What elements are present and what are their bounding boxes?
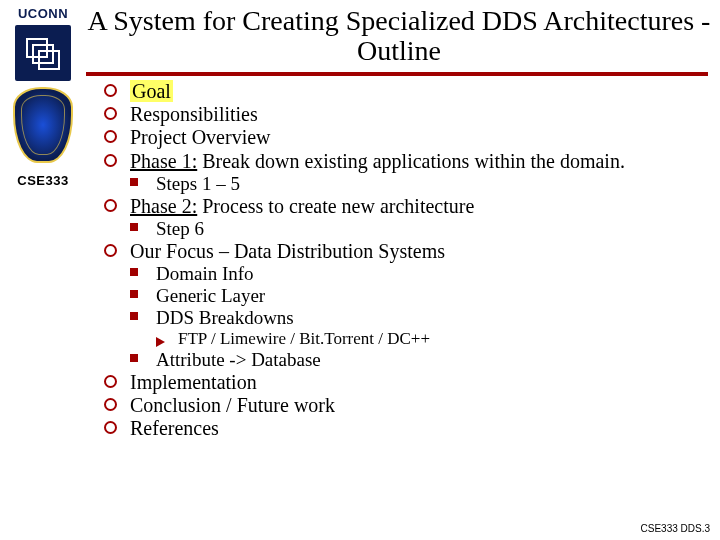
outline-text: Our Focus – Data Distribution Systems — [130, 240, 445, 262]
bullet-square-icon — [130, 312, 138, 320]
outline-subitem: Attribute -> Database — [130, 349, 706, 371]
outline-text: Step 6 — [156, 218, 204, 239]
outline-text: Responsibilities — [130, 103, 258, 125]
svg-rect-1 — [33, 45, 53, 63]
outline-body: Goal Responsibilities Project Overview P… — [104, 80, 706, 441]
outline-text: Break down existing applications within … — [197, 150, 625, 172]
outline-text: Attribute -> Database — [156, 349, 321, 370]
bullet-square-icon — [130, 223, 138, 231]
outline-text: Implementation — [130, 371, 257, 393]
outline-subitem: Step 6 — [130, 218, 706, 240]
outline-item: Responsibilities — [104, 103, 706, 126]
outline-text: Generic Layer — [156, 285, 265, 306]
svg-rect-0 — [27, 39, 47, 57]
outline-phase-label: Phase 2: — [130, 195, 197, 217]
bullet-circle-icon — [104, 199, 117, 212]
bullet-square-icon — [130, 268, 138, 276]
bullet-circle-icon — [104, 130, 117, 143]
university-wordmark: UCONN — [8, 6, 78, 21]
bullet-square-icon — [130, 354, 138, 362]
outline-item: Phase 1: Break down existing application… — [104, 150, 706, 173]
outline-text: Project Overview — [130, 126, 271, 148]
bullet-square-icon — [130, 290, 138, 298]
bullet-circle-icon — [104, 375, 117, 388]
outline-item: Project Overview — [104, 126, 706, 149]
outline-item: Our Focus – Data Distribution Systems — [104, 240, 706, 263]
outline-phase-label: Phase 1: — [130, 150, 197, 172]
outline-text: Conclusion / Future work — [130, 394, 335, 416]
outline-text: Process to create new architecture — [197, 195, 474, 217]
title-underline — [86, 72, 708, 76]
bullet-circle-icon — [104, 84, 117, 97]
outline-item: Goal — [104, 80, 706, 103]
bullet-circle-icon — [104, 107, 117, 120]
bullet-circle-icon — [104, 154, 117, 167]
sidebar: UCONN CSE333 — [8, 6, 78, 188]
outline-item: Phase 2: Process to create new architect… — [104, 195, 706, 218]
svg-rect-2 — [39, 51, 59, 69]
slide-title: A System for Creating Specialized DDS Ar… — [86, 6, 712, 66]
course-code: CSE333 — [8, 173, 78, 188]
logo-windows-icon — [15, 25, 71, 81]
outline-text: Domain Info — [156, 263, 254, 284]
outline-text: DDS Breakdowns — [156, 307, 294, 328]
outline-subitem: Generic Layer — [130, 285, 706, 307]
outline-subitem: Domain Info — [130, 263, 706, 285]
outline-text: Goal — [130, 80, 173, 102]
bullet-arrow-icon — [156, 337, 165, 347]
outline-text: Steps 1 – 5 — [156, 173, 240, 194]
bullet-circle-icon — [104, 398, 117, 411]
outline-text: References — [130, 417, 219, 439]
bullet-circle-icon — [104, 421, 117, 434]
department-crest-icon — [13, 87, 73, 163]
outline-item: References — [104, 417, 706, 440]
slide-footer: CSE333 DDS.3 — [641, 523, 710, 534]
outline-subitem: DDS Breakdowns — [130, 307, 706, 329]
bullet-square-icon — [130, 178, 138, 186]
outline-item: Conclusion / Future work — [104, 394, 706, 417]
outline-subsubitem: FTP / Limewire / Bit.Torrent / DC++ — [156, 329, 706, 349]
bullet-circle-icon — [104, 244, 117, 257]
outline-text: FTP / Limewire / Bit.Torrent / DC++ — [178, 329, 430, 348]
outline-item: Implementation — [104, 371, 706, 394]
outline-subitem: Steps 1 – 5 — [130, 173, 706, 195]
